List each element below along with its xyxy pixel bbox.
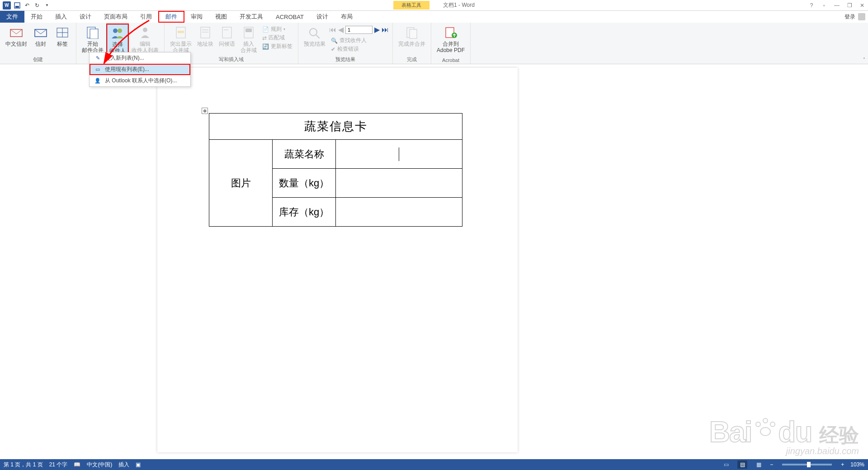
update-labels-icon: 🔄 [262,43,269,50]
greeting-line-button[interactable]: 问候语 [217,24,237,55]
collapse-ribbon-button[interactable]: ˄ [863,57,865,62]
svg-rect-1 [15,6,19,8]
write-small-buttons: 📄规则▾ ⇄匹配域 🔄更新标签 [260,24,294,55]
menu-use-existing-list[interactable]: ▭ 使用现有列表(E)... [90,64,190,75]
svg-rect-17 [222,27,231,38]
labels-icon [55,25,70,40]
tab-home[interactable]: 开始 [24,11,49,23]
view-print-layout[interactable]: ▤ [737,461,747,469]
group-preview-label: 预览结果 [298,56,392,63]
insert-merge-field-button[interactable]: 插入 合并域 [239,24,259,55]
status-word-count[interactable]: 21 个字 [49,461,68,469]
help-button[interactable]: ? [807,2,816,9]
status-macro-icon[interactable]: ▣ [136,461,141,468]
cell-image[interactable]: 图片 [209,140,273,227]
select-recipients-button[interactable]: 选择 收件人 [107,24,128,56]
menu-type-new-list[interactable]: ✎ 键入新列表(N)... [90,52,190,64]
finish-merge-button[interactable]: 完成并合并 [396,24,427,48]
minimize-button[interactable]: — [833,2,841,9]
document-table[interactable]: 蔬菜信息卡 图片 蔬菜名称 数量（kg） 库存（kg） [209,113,462,227]
status-insert-mode[interactable]: 插入 [118,461,129,469]
cell-qty-label[interactable]: 数量（kg） [273,169,336,198]
status-language[interactable]: 中文(中国) [87,461,112,469]
zoom-slider[interactable] [782,464,832,465]
check-errors-button[interactable]: ✔检查错误 [331,45,387,53]
view-web-layout[interactable]: ▦ [754,461,764,469]
from-outlook-icon: 👤 [94,77,101,85]
zoom-in-button[interactable]: + [841,461,844,468]
close-button[interactable]: ✕ [858,2,866,9]
highlight-fields-button[interactable]: 突出显示 合并域 [168,24,193,55]
tab-developer[interactable]: 开发工具 [233,11,269,23]
cell-title[interactable]: 蔬菜信息卡 [209,114,462,140]
ribbon-display-options[interactable]: ▫ [820,2,828,9]
svg-line-22 [316,35,320,38]
cn-envelope-button[interactable]: 中文信封 [4,24,29,48]
table-move-handle[interactable]: ✥ [202,108,208,114]
update-labels-button[interactable]: 🔄更新标签 [262,43,292,50]
address-block-button[interactable]: 地址块 [195,24,215,55]
cell-qty-value[interactable] [336,169,462,198]
status-page[interactable]: 第 1 页，共 1 页 [4,461,43,469]
rules-icon: 📄 [262,26,269,33]
rules-label: 规则 [271,25,282,33]
menu-from-outlook[interactable]: 👤 从 Outlook 联系人中选择(O)... [90,75,190,86]
find-recipient-icon: 🔍 [331,38,338,44]
zoom-out-button[interactable]: − [770,461,773,468]
tab-view[interactable]: 视图 [209,11,233,23]
cell-stock-value[interactable] [336,198,462,227]
group-finish-label: 完成 [393,56,431,63]
tab-mailings[interactable]: 邮件 [158,11,184,23]
tab-file[interactable]: 文件 [0,11,24,23]
view-read-mode[interactable]: ▭ [721,461,731,469]
tab-table-design[interactable]: 设计 [310,11,335,23]
tab-table-layout[interactable]: 布局 [335,11,359,23]
merge-to-pdf-label: 合并到 Adobe PDF [437,41,465,54]
edit-recipient-list-button[interactable]: 编辑 收件人列表 [130,24,160,56]
tab-review[interactable]: 审阅 [184,11,209,23]
zoom-slider-thumb[interactable] [807,462,811,467]
status-proofing-icon[interactable]: 📖 [74,461,80,468]
merge-to-pdf-button[interactable]: 合并到 Adobe PDF [435,24,467,55]
start-mail-merge-button[interactable]: 开始 邮件合并 [80,24,105,56]
group-create-label: 创建 [0,56,76,63]
restore-button[interactable]: ❐ [845,2,854,9]
title-bar: W ↶ ↻ ▼ 表格工具 文档1 - Word ? ▫ — ❐ ✕ [0,0,868,11]
cell-name-label[interactable]: 蔬菜名称 [273,140,336,169]
tab-acrobat[interactable]: ACROBAT [269,11,310,23]
menu-from-outlook-label: 从 Outlook 联系人中选择(O)... [105,77,177,85]
last-record-icon[interactable]: ⏭ [382,26,389,34]
undo-icon[interactable]: ↶ [24,2,31,9]
labels-label: 标签 [57,41,68,47]
save-icon[interactable] [14,2,21,9]
labels-button[interactable]: 标签 [52,24,72,48]
preview-results-button[interactable]: 预览结果 [302,24,327,54]
tab-design[interactable]: 设计 [73,11,98,23]
finish-merge-label: 完成并合并 [398,41,425,47]
envelope-button[interactable]: 信封 [31,24,51,48]
next-record-icon[interactable]: ▶ [374,25,380,34]
record-navigation: ⏮ ◀ ▶ ⏭ [329,25,389,34]
first-record-icon[interactable]: ⏮ [329,26,336,34]
login-area[interactable]: 登录 [844,11,865,23]
title-center: 表格工具 文档1 - Word [393,1,475,9]
tab-page-layout[interactable]: 页面布局 [98,11,134,23]
svg-point-10 [118,28,122,33]
ribbon-tabs: 文件 开始 插入 设计 页面布局 引用 邮件 审阅 视图 开发工具 ACROBA… [0,11,868,23]
match-fields-button[interactable]: ⇄匹配域 [262,34,292,42]
document-area: ✥ 蔬菜信息卡 图片 蔬菜名称 数量（kg） 库存（kg） [0,64,868,459]
tab-insert[interactable]: 插入 [49,11,73,23]
greeting-line-label: 问候语 [219,41,235,47]
prev-record-icon[interactable]: ◀ [338,25,344,34]
cell-name-value[interactable] [336,140,462,169]
find-recipient-button[interactable]: 🔍查找收件人 [331,37,387,44]
qat-dropdown-icon[interactable]: ▼ [43,2,51,9]
redo-icon[interactable]: ↻ [33,2,41,9]
quick-access-toolbar: W ↶ ↻ ▼ [0,1,51,9]
record-number-input[interactable] [345,26,373,34]
document-title: 文档1 - Word [443,1,475,9]
tab-references[interactable]: 引用 [134,11,158,23]
rules-button[interactable]: 📄规则▾ [262,25,292,33]
cell-stock-label[interactable]: 库存（kg） [273,198,336,227]
zoom-level[interactable]: 103% [850,461,864,468]
